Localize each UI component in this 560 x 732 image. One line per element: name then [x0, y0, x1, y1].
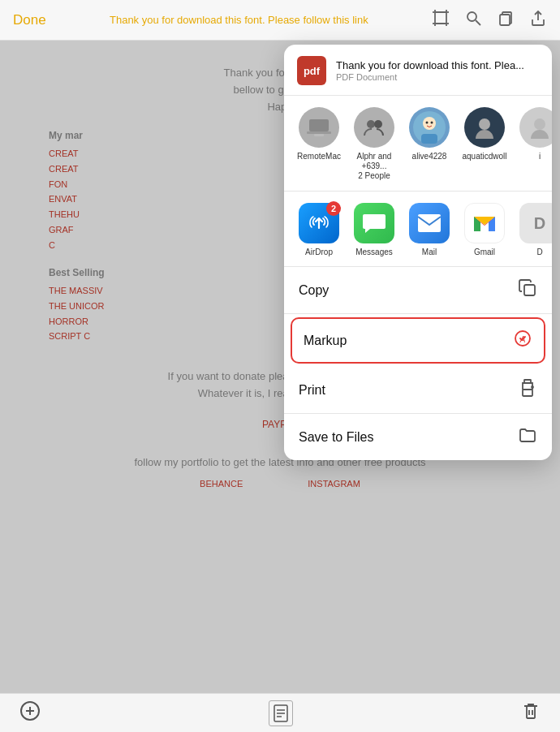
svg-rect-11: [500, 15, 510, 25]
svg-rect-24: [418, 214, 441, 232]
svg-rect-13: [307, 131, 331, 134]
bottom-bar: [0, 693, 560, 732]
svg-point-31: [532, 386, 533, 388]
print-icon: [518, 378, 537, 402]
share-app-gmail[interactable]: Gmail: [459, 203, 510, 256]
top-bar-actions: [432, 9, 547, 31]
pdf-icon: pdf: [297, 56, 326, 85]
share-app-mail[interactable]: Mail: [404, 203, 454, 256]
app-name-gmail: Gmail: [474, 248, 495, 256]
avatar-remotemac: [299, 107, 339, 148]
svg-rect-14: [314, 134, 324, 136]
svg-point-19: [426, 122, 429, 124]
app-name-mail: Mail: [422, 248, 437, 256]
folder-icon: [518, 425, 537, 449]
share-file-subtitle: PDF Document: [336, 72, 524, 82]
airdrop-badge: 2: [326, 201, 341, 216]
svg-rect-30: [524, 380, 531, 383]
app-name-messages: Messages: [355, 248, 393, 256]
svg-point-23: [534, 118, 545, 130]
share-icon[interactable]: [529, 9, 547, 31]
person-name-people: Alphr and +639...2 People: [349, 152, 399, 181]
copy-icon: [518, 278, 537, 302]
share-app-extra[interactable]: D D: [515, 203, 552, 256]
share-people-row: RemoteMac Alphr and +639...2 People: [284, 96, 552, 192]
delete-button[interactable]: [521, 701, 541, 726]
top-bar: Done Thank you for download this font. P…: [0, 0, 560, 41]
markup-label: Markup: [304, 334, 347, 348]
svg-point-16: [374, 120, 382, 128]
svg-rect-21: [421, 134, 437, 144]
svg-point-9: [467, 12, 476, 21]
share-panel: pdf Thank you for download this font. Pl…: [284, 45, 552, 460]
share-person-alive[interactable]: alive4228: [404, 107, 454, 161]
share-person-extra[interactable]: i: [515, 107, 552, 161]
person-name-extra: i: [539, 152, 541, 161]
svg-point-15: [367, 120, 375, 128]
print-label: Print: [299, 383, 325, 398]
avatar-alive: [409, 107, 450, 148]
markup-action[interactable]: Markup A: [291, 317, 545, 364]
svg-text:A: A: [519, 335, 526, 344]
gmail-icon: [464, 203, 505, 243]
save-files-action[interactable]: Save to Files: [284, 414, 552, 460]
svg-rect-0: [435, 12, 446, 24]
print-action[interactable]: Print: [284, 367, 552, 414]
share-person-remotemac[interactable]: RemoteMac: [294, 107, 344, 161]
airdrop-icon: 2: [299, 203, 339, 243]
share-person-people[interactable]: Alphr and +639...2 People: [349, 107, 399, 181]
copy-action[interactable]: Copy: [284, 267, 552, 314]
thumbnail-button[interactable]: [269, 700, 293, 726]
extra-app-icon: D: [519, 203, 552, 243]
share-app-messages[interactable]: Messages: [349, 203, 399, 256]
app-name-extra: D: [536, 248, 542, 256]
avatar-people: [354, 107, 394, 148]
share-file-title: Thank you for download this font. Plea..…: [336, 59, 524, 71]
copy-label: Copy: [299, 283, 329, 298]
find-icon[interactable]: [464, 9, 482, 31]
person-name-aquatic: aquaticdwoll: [462, 152, 506, 161]
messages-icon: [354, 203, 394, 243]
app-name-airdrop: AirDrop: [305, 248, 333, 256]
svg-point-22: [479, 118, 490, 130]
share-header: pdf Thank you for download this font. Pl…: [284, 45, 552, 96]
mail-icon: [409, 203, 450, 243]
duplicate-icon[interactable]: [497, 9, 515, 31]
avatar-aquatic: [464, 107, 505, 148]
svg-point-20: [431, 122, 433, 124]
svg-line-10: [476, 20, 480, 25]
save-files-label: Save to Files: [299, 430, 373, 445]
svg-rect-29: [523, 390, 532, 396]
share-apps-row: 2 AirDrop Messages: [284, 192, 552, 267]
avatar-extra: [519, 107, 552, 148]
person-name-remotemac: RemoteMac: [297, 152, 341, 161]
crop-icon[interactable]: [432, 9, 450, 31]
markup-icon: A: [513, 329, 532, 352]
top-bar-title: Thank you for download this font. Please…: [46, 14, 432, 26]
svg-point-18: [423, 117, 436, 130]
svg-rect-26: [524, 285, 535, 295]
share-app-airdrop[interactable]: 2 AirDrop: [294, 203, 344, 256]
done-button[interactable]: Done: [13, 12, 46, 28]
person-name-alive: alive4228: [412, 152, 447, 161]
svg-rect-12: [309, 119, 329, 131]
share-person-aquatic[interactable]: aquaticdwoll: [459, 107, 510, 161]
add-button[interactable]: [19, 700, 41, 726]
